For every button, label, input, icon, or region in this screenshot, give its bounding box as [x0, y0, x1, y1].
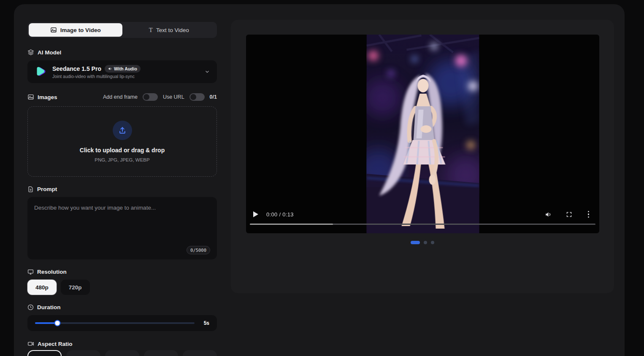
volume-icon	[545, 211, 552, 218]
upload-formats: PNG, JPG, JPEG, WEBP	[95, 157, 149, 162]
images-label: Images	[38, 94, 57, 100]
duration-slider-card: 5s	[27, 315, 217, 331]
aspect-ratio-options	[27, 350, 217, 356]
speaker-icon	[108, 67, 112, 71]
aspect-ratio-option-4[interactable]	[144, 350, 178, 356]
aspect-ratio-label: Aspect Ratio	[38, 341, 73, 347]
duration-slider[interactable]	[35, 322, 195, 324]
tab-image-to-video-label: Image to Video	[60, 27, 101, 33]
model-info: Seedance 1.5 Pro With Audio Joint audio-…	[52, 65, 204, 79]
prompt-label: Prompt	[37, 186, 57, 192]
mode-tab-bar: Image to Video T Text to Video	[27, 22, 217, 38]
ai-model-header: AI Model	[27, 49, 217, 56]
resolution-options: 480p 720p	[27, 280, 217, 295]
carousel-dot-2[interactable]	[424, 241, 427, 244]
tab-text-to-video-label: Text to Video	[156, 27, 189, 33]
aspect-ratio-option-3[interactable]	[105, 350, 139, 356]
with-audio-badge: With Audio	[105, 65, 141, 73]
resolution-480p-button[interactable]: 480p	[27, 280, 57, 295]
resolution-header: Resolution	[27, 269, 217, 275]
video-controls: 0:00 / 0:13	[246, 208, 599, 220]
aspect-ratio-header: Aspect Ratio	[27, 340, 217, 347]
duration-value: 5s	[204, 320, 209, 326]
duration-header: Duration	[27, 304, 217, 310]
play-button[interactable]	[253, 211, 259, 218]
tab-image-to-video[interactable]: Image to Video	[29, 23, 122, 37]
tab-text-to-video[interactable]: T Text to Video	[122, 23, 216, 37]
aspect-ratio-option-5[interactable]	[183, 350, 217, 356]
prompt-header: Prompt	[27, 186, 217, 192]
clock-icon	[27, 304, 34, 310]
carousel-dot-3[interactable]	[431, 241, 434, 244]
model-selector[interactable]: Seedance 1.5 Pro With Audio Joint audio-…	[27, 60, 217, 83]
volume-button[interactable]	[545, 211, 552, 218]
preview-carousel-dots	[231, 241, 614, 244]
image-count: 0/1	[210, 94, 217, 100]
document-icon	[27, 186, 34, 192]
aspect-ratio-option-2[interactable]	[66, 350, 100, 356]
fullscreen-icon	[566, 211, 572, 218]
layers-icon	[27, 49, 34, 56]
image-upload-dropzone[interactable]: Click to upload or drag & drop PNG, JPG,…	[27, 106, 217, 177]
aspect-ratio-option-1[interactable]	[27, 350, 62, 356]
chevron-down-icon[interactable]	[204, 69, 210, 75]
upload-circle	[113, 121, 132, 140]
add-end-frame-toggle[interactable]	[143, 93, 158, 101]
prompt-char-counter: 0/5000	[187, 246, 210, 254]
preview-panel: 0:00 / 0:13	[231, 20, 614, 293]
app-container: Image to Video T Text to Video AI Model	[14, 4, 625, 356]
with-audio-badge-label: With Audio	[114, 66, 137, 71]
video-time: 0:00 / 0:13	[266, 211, 294, 218]
model-name: Seedance 1.5 Pro	[52, 65, 101, 72]
duration-slider-handle[interactable]	[54, 320, 60, 326]
video-progress-bar[interactable]	[250, 224, 595, 225]
upload-icon	[118, 126, 127, 135]
use-url-toggle[interactable]	[189, 93, 205, 101]
use-url-label: Use URL	[163, 94, 184, 100]
fullscreen-button[interactable]	[566, 211, 572, 218]
images-header: Images Add end frame Use URL 0/1	[27, 93, 217, 101]
carousel-dot-1[interactable]	[411, 241, 420, 244]
text-icon: T	[149, 27, 153, 34]
duration-label: Duration	[37, 304, 61, 310]
upload-title: Click to upload or drag & drop	[80, 147, 165, 154]
monitor-icon	[27, 269, 34, 275]
more-options-button[interactable]	[586, 211, 591, 218]
image-icon	[27, 94, 34, 100]
resolution-720p-button[interactable]: 720p	[61, 280, 90, 295]
video-progress-played	[250, 224, 333, 225]
ai-model-label: AI Model	[38, 49, 61, 56]
video-player[interactable]: 0:00 / 0:13	[246, 35, 599, 233]
add-end-frame-label: Add end frame	[103, 94, 138, 100]
image-icon	[50, 27, 57, 33]
video-camera-icon	[27, 340, 34, 347]
model-description: Joint audio-video with multilingual lip-…	[52, 74, 204, 79]
generation-settings-panel: Image to Video T Text to Video AI Model	[27, 22, 217, 356]
resolution-label: Resolution	[37, 269, 67, 275]
prompt-card: 0/5000	[27, 197, 217, 259]
seedance-logo	[34, 65, 47, 78]
video-frame-dancer	[366, 35, 479, 233]
